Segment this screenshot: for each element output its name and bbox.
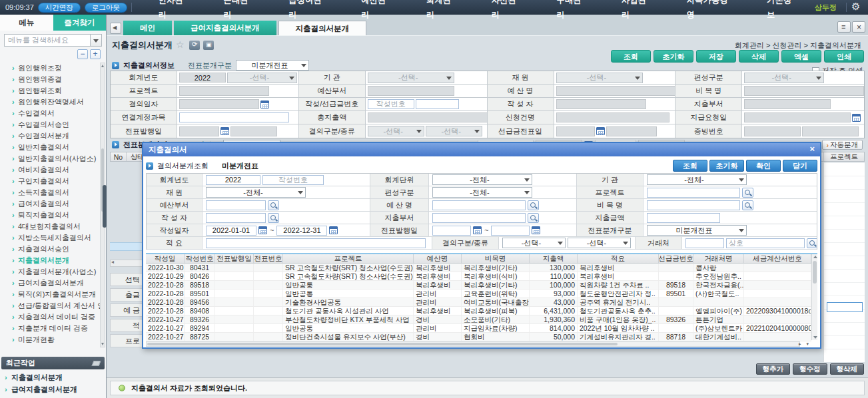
modal-project-input[interactable] — [647, 188, 740, 198]
modal-write-no-input[interactable]: 작성번호 — [262, 175, 324, 185]
table-row[interactable]: 2022-10-2889408 철도기관 공동사옥 시설관리 사업복리후생비 복… — [146, 307, 811, 315]
search-icon[interactable] — [742, 188, 753, 198]
calendar-icon[interactable] — [852, 114, 861, 122]
date-to-input[interactable]: 2022-12-31 — [276, 226, 327, 236]
modal-item-name-input[interactable] — [647, 200, 740, 210]
eraser-icon[interactable] — [92, 361, 101, 366]
evidence-input-2[interactable] — [802, 126, 859, 136]
scrollbar-thumb[interactable] — [147, 343, 618, 345]
top-menu-item[interactable]: 구매관리 — [539, 0, 604, 22]
table-row[interactable]: 2022-10-2889501 일반공통관리비 교육훈련비(위탁)93,000철… — [146, 290, 811, 298]
calendar-icon[interactable] — [473, 226, 482, 234]
advance-no-input[interactable] — [416, 99, 459, 109]
right-grid-cell[interactable] — [827, 302, 863, 312]
item-name-input[interactable] — [744, 86, 864, 96]
sidebar-menu-item[interactable]: 원인행위종결 — [0, 74, 100, 85]
toolbar-button[interactable]: 조회 — [611, 50, 651, 63]
search-icon[interactable] — [528, 213, 539, 223]
sidebar-menu-item[interactable]: 원인행위잔액명세서 — [0, 97, 100, 108]
favorite-star-icon[interactable] — [176, 41, 186, 51]
sidebar-menu-item[interactable]: 일반지출결의서 — [0, 142, 100, 153]
sidebar-menu-item[interactable]: 선급/통합결의서 계산서 연 — [0, 300, 100, 311]
toolbar-button[interactable]: 엑셀 — [781, 50, 821, 63]
window-menu-icon[interactable] — [837, 21, 851, 33]
toolbar-button[interactable]: 인쇄 — [824, 50, 864, 63]
calendar-icon[interactable] — [258, 226, 267, 234]
sidebar-menu-item[interactable]: 지방소득세지출결의서 — [0, 232, 100, 244]
issue-from-input[interactable] — [432, 226, 471, 236]
table-row[interactable]: 2022-10-2789326 부산철도차량정비단 KTX 부품세척 사업경비 … — [146, 315, 811, 324]
issue-date-input[interactable] — [179, 126, 219, 136]
sidebar-menu-item[interactable]: 급여지출결의서 — [0, 198, 100, 210]
top-menu-item[interactable]: 회계관리 — [409, 0, 474, 22]
refresh-icon[interactable] — [189, 41, 200, 50]
project-input[interactable] — [179, 86, 269, 96]
logout-button[interactable]: 로그아웃 — [85, 3, 127, 13]
pay-date-input[interactable] — [744, 112, 851, 122]
advance-slip-input[interactable] — [606, 126, 657, 136]
calendar-icon[interactable] — [220, 127, 229, 135]
tab-scroll-left-icon[interactable] — [110, 23, 121, 34]
modal-titlebar[interactable]: 지출결의서 — [143, 143, 820, 156]
modal-decision-kind-select[interactable]: -선택- — [568, 238, 631, 248]
sidebar-menu-item[interactable]: 지출결의서 데이터 검증 — [0, 311, 100, 323]
sidebar-menu-item[interactable]: 지출분개 데이터 검증 — [0, 323, 100, 334]
collapse-all-button[interactable] — [77, 49, 88, 59]
selected-grid-row[interactable] — [110, 242, 143, 251]
budget-name-input[interactable] — [556, 86, 676, 96]
modal-dept-input[interactable] — [432, 213, 526, 223]
modal-budget-type-select[interactable]: -전체- — [432, 187, 532, 198]
fiscal-year-select[interactable]: -선택- — [227, 73, 297, 83]
top-menu-item[interactable]: 지속가능경영 — [669, 0, 750, 22]
sidebar-menu-item[interactable]: 퇴직(외)지출결의서분개 — [0, 289, 100, 300]
account-unit-select[interactable]: -전체- — [432, 174, 532, 185]
scroll-corner-icons[interactable] — [799, 341, 811, 347]
sidebar-splitter-handle[interactable] — [103, 185, 107, 228]
writer-input[interactable] — [556, 99, 646, 109]
search-icon[interactable] — [742, 200, 753, 210]
slip-divide-select[interactable]: 미분개전표 — [647, 225, 747, 236]
modal-year-input[interactable]: 2022 — [206, 175, 260, 185]
modal-org-select[interactable]: -전체- — [647, 174, 747, 185]
sidebar-menu-item[interactable]: 여비지출결의서 — [0, 164, 100, 176]
write-no-input[interactable]: 작성번호 — [368, 99, 414, 109]
search-icon[interactable] — [268, 200, 279, 210]
table-row[interactable]: 2022-10-2889456 기술환경사업공통관리비 여비교통비(국내출장)4… — [146, 298, 811, 307]
date-from-input[interactable]: 2022-01-01 — [206, 226, 256, 236]
modal-button[interactable]: 닫기 — [783, 160, 817, 172]
table-hscrollbar[interactable] — [146, 341, 800, 347]
close-icon[interactable] — [805, 145, 815, 154]
sidebar-menu-item[interactable]: 일반지출결의서(사업소) — [0, 153, 100, 164]
decision-kind-select[interactable]: -선택- — [426, 126, 482, 136]
top-menu-item[interactable]: 인사관리 — [141, 0, 207, 22]
modal-budget-name-input[interactable] — [432, 200, 526, 210]
expense-dept-input[interactable] — [744, 99, 831, 109]
table-row[interactable]: 2022-10-3080431 SR 고속철도차량(SRT) 청소사업(수도권)… — [146, 264, 811, 272]
username[interactable]: 삼두정 — [815, 3, 837, 13]
modal-button[interactable]: 초기화 — [709, 160, 744, 172]
window-close-icon[interactable] — [852, 21, 865, 33]
calendar-icon[interactable] — [329, 226, 338, 234]
toolbar-button[interactable]: 삭제 — [739, 50, 779, 63]
budget-type-select[interactable]: -선택- — [744, 73, 824, 83]
top-menu-item[interactable]: 자산관리 — [474, 0, 540, 22]
table-row[interactable]: 2022-10-2788725 정비단건축시설물 유지보수 사업(부산)경비 협… — [146, 333, 811, 341]
gear-icon[interactable] — [851, 1, 863, 13]
recent-task-item[interactable]: 급여지출결의서분개 — [1, 383, 105, 395]
expand-all-button[interactable] — [90, 49, 101, 59]
issue-to-input[interactable] — [491, 226, 530, 236]
memo-input[interactable] — [206, 238, 426, 248]
sidebar-menu-item[interactable]: 미분개현황 — [0, 334, 100, 345]
sidebar-tab-menu[interactable]: 메뉴 — [0, 15, 53, 31]
table-vscrollbar[interactable] — [811, 254, 817, 340]
modal-button[interactable]: 조회 — [673, 160, 707, 172]
fund-select[interactable]: -선택- — [556, 73, 643, 83]
sidebar-menu-item[interactable]: 지출결의서승인 — [0, 244, 100, 255]
sidebar-menu-item[interactable]: 지출결의서분개(사업소) — [0, 266, 100, 278]
search-icon[interactable] — [807, 238, 817, 248]
evidence-input-1[interactable] — [744, 126, 801, 136]
calendar-icon[interactable] — [260, 100, 269, 108]
row-action-button[interactable]: 행수정 — [793, 363, 827, 375]
top-menu-item[interactable]: 급상여관리 — [271, 0, 344, 22]
popup-icon[interactable] — [203, 41, 214, 50]
